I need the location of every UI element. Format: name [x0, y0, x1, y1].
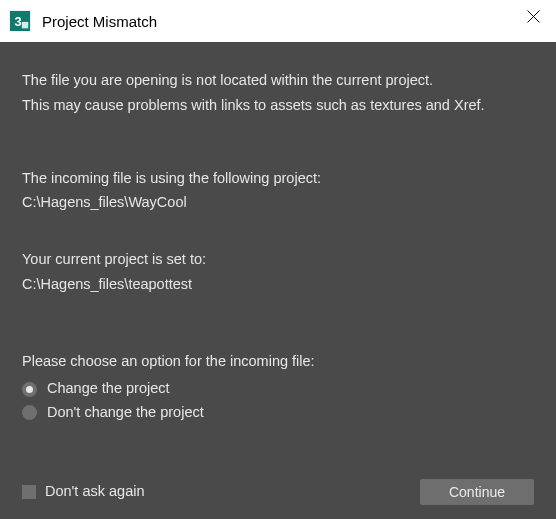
titlebar: 3 Project Mismatch	[0, 0, 556, 42]
radio-change-project[interactable]: Change the project	[22, 378, 534, 400]
checkbox-icon	[22, 485, 36, 499]
continue-button[interactable]: Continue	[420, 479, 534, 505]
close-button[interactable]	[510, 0, 556, 32]
radio-label: Don't change the project	[47, 402, 204, 424]
radio-button-icon	[22, 405, 37, 420]
svg-rect-2	[22, 22, 28, 28]
app-icon: 3	[8, 9, 32, 33]
dialog-content: The file you are opening is not located …	[0, 42, 556, 519]
warning-text-2: This may cause problems with links to as…	[22, 95, 534, 117]
warning-text-1: The file you are opening is not located …	[22, 70, 534, 92]
radio-group: Change the project Don't change the proj…	[22, 378, 534, 424]
bottom-row: Don't ask again Continue	[22, 479, 534, 505]
incoming-project-label: The incoming file is using the following…	[22, 168, 534, 190]
close-icon	[527, 10, 540, 23]
choose-option-label: Please choose an option for the incoming…	[22, 351, 534, 373]
current-project-label: Your current project is set to:	[22, 249, 534, 271]
checkbox-label: Don't ask again	[45, 481, 145, 503]
radio-dont-change-project[interactable]: Don't change the project	[22, 402, 534, 424]
continue-button-label: Continue	[449, 484, 505, 500]
svg-text:3: 3	[15, 14, 22, 29]
window-title: Project Mismatch	[42, 13, 157, 30]
radio-label: Change the project	[47, 378, 170, 400]
radio-button-icon	[22, 382, 37, 397]
dont-ask-again-checkbox[interactable]: Don't ask again	[22, 481, 145, 503]
current-project-path: C:\Hagens_files\teapottest	[22, 274, 534, 296]
incoming-project-path: C:\Hagens_files\WayCool	[22, 192, 534, 214]
